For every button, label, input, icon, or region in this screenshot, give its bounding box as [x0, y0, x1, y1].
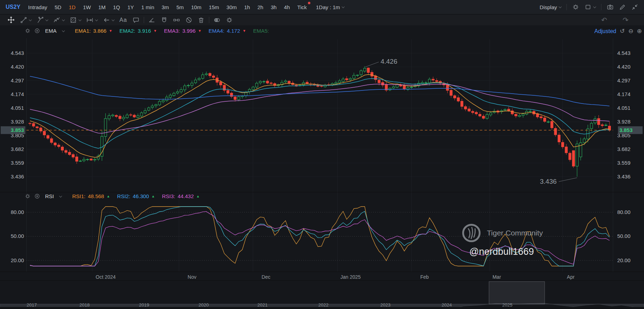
timeframe-3h[interactable]: 3h: [271, 4, 277, 10]
adjusted-toggle[interactable]: Adjusted: [594, 28, 616, 34]
watermark-community-text: Tiger Community: [487, 229, 543, 237]
magnet-tool-icon[interactable]: [160, 16, 169, 24]
zoom-in-icon[interactable]: ⊕: [637, 27, 642, 35]
timeframe-1m[interactable]: 1M: [98, 4, 106, 10]
month-label: Jan 2025: [340, 274, 361, 280]
ema-settings-gear-icon[interactable]: [25, 28, 31, 34]
timeframe-30m[interactable]: 30m: [227, 4, 237, 10]
reset-zoom-icon[interactable]: ↺: [620, 27, 625, 35]
svg-text:3.853: 3.853: [11, 127, 24, 133]
chevron-down-icon: [95, 18, 98, 21]
timeframe-intraday[interactable]: Intraday: [28, 4, 47, 10]
svg-text:4.174: 4.174: [617, 91, 631, 97]
year-label: 2024: [442, 302, 452, 308]
ema-values: EMA1:3.866▼EMA2:3.916▼EMA3:3.996▼EMA4:4.…: [68, 28, 269, 34]
month-label: Nov: [188, 274, 197, 280]
gann-tool-icon[interactable]: [69, 16, 82, 24]
timeframe-5m[interactable]: 5m: [177, 4, 184, 10]
timeframe-2h[interactable]: 2h: [258, 4, 264, 10]
timeframe-tick[interactable]: Tick: [297, 4, 307, 10]
adjusted-controls: Adjusted ↺ ⊖ ⊕: [594, 27, 642, 35]
year-label: 2018: [80, 302, 90, 308]
link-tool-icon[interactable]: [172, 16, 181, 24]
svg-text:20.00: 20.00: [11, 257, 24, 263]
settings-gear-icon[interactable]: [572, 4, 579, 11]
timeframe-3m[interactable]: 3m: [162, 4, 169, 10]
timeframe-1-min[interactable]: 1 min: [141, 4, 154, 10]
year-label: 2023: [380, 302, 391, 308]
timeframe-5d[interactable]: 5D: [55, 4, 61, 10]
elliott-wave-tool-icon[interactable]: [52, 16, 66, 24]
chevron-down-icon: [112, 18, 114, 21]
timeframe-1d[interactable]: 1D: [69, 4, 75, 10]
symbol-label[interactable]: US2Y: [6, 4, 20, 10]
undo-icon[interactable]: ↶: [601, 16, 607, 24]
svg-text:3.682: 3.682: [11, 146, 24, 152]
svg-text:4.051: 4.051: [11, 105, 24, 111]
svg-text:50.00: 50.00: [617, 233, 631, 239]
chevron-down-icon: [45, 18, 48, 21]
chevron-down-icon: [62, 29, 64, 32]
rsi-close-icon[interactable]: [34, 193, 40, 199]
ema-close-icon[interactable]: [34, 28, 40, 34]
timeframe-1y[interactable]: 1Y: [128, 4, 134, 10]
layout-dropdown-icon[interactable]: [584, 4, 596, 11]
svg-text:4.543: 4.543: [617, 50, 631, 56]
divider: [601, 4, 601, 10]
trendline-tool-icon[interactable]: [19, 16, 32, 24]
measure-tool-icon[interactable]: [85, 16, 99, 24]
ema-indicator-header: EMA EMA1:3.866▼EMA2:3.916▼EMA3:3.996▼EMA…: [25, 28, 269, 34]
ema-name[interactable]: EMA: [45, 28, 57, 34]
timeframe-1q[interactable]: 1Q: [113, 4, 120, 10]
timeframe-1w[interactable]: 1W: [83, 4, 91, 10]
chevron-down-icon: [59, 194, 62, 197]
comment-tool-icon[interactable]: [131, 16, 141, 24]
rsi-settings-gear-icon[interactable]: [25, 193, 31, 199]
screenshot-camera-icon[interactable]: [607, 4, 614, 11]
svg-text:50.00: 50.00: [11, 233, 24, 239]
pitchfork-tool-icon[interactable]: [36, 16, 49, 24]
indicator-item: EMA4:4.172▼: [209, 28, 246, 34]
zoom-out-icon[interactable]: ⊖: [628, 27, 633, 35]
svg-text:3.853: 3.853: [619, 127, 633, 133]
tiger-community-logo-icon: [461, 222, 482, 244]
chevron-down-icon: [593, 5, 596, 8]
drawing-toolbar: Aa ↶ ↷: [0, 14, 644, 26]
custom-interval-dropdown[interactable]: 1Day : 1m: [316, 4, 344, 10]
rsi-values: RSI1:48.568▲RSI2:46.300▲RSI3:44.432▲: [65, 193, 200, 199]
delete-drawings-icon[interactable]: [197, 16, 206, 24]
svg-text:3.436: 3.436: [617, 174, 631, 179]
svg-text:3.559: 3.559: [11, 160, 24, 166]
angle-tool-icon[interactable]: [147, 16, 156, 24]
timeframe-list: Intraday5D1D1W1M1Q1Y1 min3m5m10m15m30m1h…: [28, 4, 307, 10]
month-label: Dec: [262, 274, 271, 280]
svg-text:4.420: 4.420: [617, 64, 631, 70]
display-dropdown[interactable]: Display: [540, 4, 561, 10]
main-chart-canvas[interactable]: 4.5434.5434.4204.4204.2974.2974.1744.174…: [0, 25, 644, 309]
hide-drawings-icon[interactable]: [184, 16, 193, 24]
year-label: 2025: [502, 302, 513, 308]
compare-toggle-icon[interactable]: [212, 16, 222, 24]
divider: [144, 17, 144, 23]
svg-text:3.682: 3.682: [617, 146, 631, 152]
timeframe-1h[interactable]: 1h: [244, 4, 250, 10]
move-tool-icon[interactable]: [6, 15, 16, 24]
month-label: Feb: [420, 274, 429, 280]
year-label: 2017: [27, 302, 37, 308]
text-tool-icon[interactable]: Aa: [118, 16, 128, 24]
redo-icon[interactable]: ↷: [623, 16, 628, 24]
drawing-settings-gear-icon[interactable]: [225, 16, 234, 24]
chevron-down-icon: [342, 5, 345, 8]
edit-pencil-icon[interactable]: [619, 4, 626, 11]
trading-app-window: { "topbar": { "symbol": "US2Y", "timefra…: [0, 0, 644, 309]
chevron-down-icon: [62, 18, 65, 21]
svg-text:80.00: 80.00: [11, 209, 24, 215]
rsi-indicator-header: RSI RSI1:48.568▲RSI2:46.300▲RSI3:44.432▲: [25, 193, 200, 199]
timeframe-4h[interactable]: 4h: [284, 4, 290, 10]
rsi-name[interactable]: RSI: [45, 193, 54, 199]
collapse-window-icon[interactable]: [631, 4, 638, 11]
timeframe-10m[interactable]: 10m: [191, 4, 201, 10]
navigator-selection[interactable]: [489, 282, 545, 304]
arrow-tool-icon[interactable]: [102, 16, 115, 24]
timeframe-15m[interactable]: 15m: [209, 4, 219, 10]
